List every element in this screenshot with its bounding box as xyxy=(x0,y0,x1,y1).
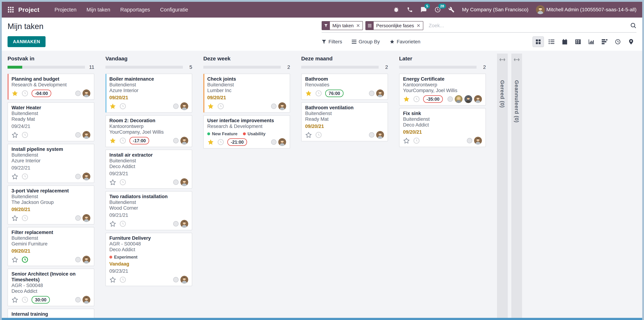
star-icon[interactable] xyxy=(12,215,18,221)
star-icon[interactable] xyxy=(207,139,214,145)
kanban-state-icon[interactable] xyxy=(271,104,276,109)
kanban-card[interactable]: Furniture DeliveryAGR - S00048Deco Addic… xyxy=(106,233,192,286)
kanban-state-icon[interactable] xyxy=(75,215,81,221)
close-icon[interactable]: ✕ xyxy=(416,21,423,30)
star-icon[interactable] xyxy=(12,297,18,303)
kanban-card[interactable]: Planning and budgetResearch & Developmen… xyxy=(8,74,94,100)
clock-icon[interactable] xyxy=(22,296,28,303)
star-icon[interactable] xyxy=(12,173,18,180)
column-progress-bar[interactable] xyxy=(203,66,281,69)
kanban-state-icon[interactable] xyxy=(173,277,178,282)
star-icon[interactable] xyxy=(12,256,18,263)
phone-icon[interactable] xyxy=(407,7,413,13)
kanban-state-icon[interactable] xyxy=(75,91,81,96)
view-pivot-button[interactable] xyxy=(573,37,584,47)
kanban-card[interactable]: Senior Architect (Invoice on Timesheets)… xyxy=(8,269,94,306)
top-menu-item-mijn-taken[interactable]: Mijn taken xyxy=(82,2,115,17)
column-progress-bar[interactable] xyxy=(301,66,379,69)
kanban-card[interactable]: Energy CertificateKantoorontwerpYourComp… xyxy=(399,74,486,105)
kanban-card[interactable]: Install pipeline systemBuitendienstAzure… xyxy=(8,144,94,183)
kanban-state-icon[interactable] xyxy=(75,257,81,262)
kanban-state-icon[interactable] xyxy=(173,221,178,227)
clock-icon[interactable] xyxy=(22,215,28,222)
bug-icon[interactable] xyxy=(393,7,399,13)
group-by-menu[interactable]: Group By xyxy=(352,39,380,45)
kanban-state-icon[interactable] xyxy=(369,132,374,138)
kanban-state-icon[interactable] xyxy=(271,139,276,145)
kanban-state-icon[interactable] xyxy=(75,297,81,303)
activity-clock-icon[interactable]: 28 xyxy=(434,6,441,13)
clock-icon[interactable] xyxy=(22,90,28,97)
top-menu-item-rapportages[interactable]: Rapportages xyxy=(115,2,155,17)
star-icon[interactable] xyxy=(207,103,214,109)
column-progress-bar[interactable] xyxy=(106,66,183,69)
column-progress-bar[interactable] xyxy=(399,66,476,69)
apps-grid-icon[interactable] xyxy=(8,6,14,13)
star-icon[interactable] xyxy=(109,179,116,185)
kanban-card[interactable]: Filter replacementBuitendienstGemini Fur… xyxy=(8,227,94,266)
user-menu[interactable]: Mitchell Admin (10055507-saas-14-5-all) xyxy=(536,5,636,14)
kanban-card[interactable]: Fix sinkBuitendienstDeco Addict09/20/21 xyxy=(399,108,486,147)
star-icon[interactable] xyxy=(403,96,410,102)
company-switcher[interactable]: My Company (San Francisco) xyxy=(462,7,528,12)
kanban-card[interactable]: Bathroom ventilationBuitendienstReady Ma… xyxy=(301,102,388,141)
view-activity-button[interactable] xyxy=(612,37,623,47)
kanban-card[interactable]: Water HeaterBuitendienstReady Mat09/24/2… xyxy=(8,102,94,141)
tools-icon[interactable] xyxy=(448,7,454,13)
star-icon[interactable] xyxy=(305,90,312,97)
clock-icon[interactable] xyxy=(120,276,126,283)
collapsed-column[interactable]: Gereed (0) xyxy=(497,53,508,318)
kanban-state-icon[interactable] xyxy=(448,96,453,102)
clock-icon[interactable] xyxy=(413,96,420,102)
kanban-card[interactable]: Check jointsBuitendienstLumber Inc09/20/… xyxy=(203,74,290,113)
kanban-state-icon[interactable] xyxy=(467,138,472,143)
kanban-card[interactable]: Room 2: DecorationKantoorontwerpYourComp… xyxy=(106,115,192,147)
view-list-button[interactable] xyxy=(546,37,557,47)
view-map-button[interactable] xyxy=(626,37,636,47)
app-name[interactable]: Project xyxy=(18,6,40,13)
clock-icon[interactable] xyxy=(315,131,322,138)
clock-icon[interactable] xyxy=(120,137,126,144)
clock-icon[interactable] xyxy=(120,220,126,227)
view-kanban-button[interactable] xyxy=(533,37,544,47)
clock-icon[interactable] xyxy=(217,139,224,145)
kanban-card[interactable]: Install air extractorBuitendienstDeco Ad… xyxy=(106,150,192,189)
collapsed-column[interactable]: Geannuleerd (0) xyxy=(511,53,522,318)
clock-icon[interactable] xyxy=(22,256,28,263)
kanban-card[interactable]: Internal trainingKantoorontwerpYourCompa… xyxy=(8,309,94,318)
kanban-card[interactable]: 3-port Valve replacementBuitendienstThe … xyxy=(8,185,94,225)
view-gantt-button[interactable] xyxy=(599,37,610,47)
chat-icon[interactable]: 5 xyxy=(420,6,427,13)
star-icon[interactable] xyxy=(109,137,116,144)
favorites-menu[interactable]: Favorieten xyxy=(390,39,420,45)
kanban-card[interactable]: User interface improvementsResearch & De… xyxy=(203,115,290,149)
star-icon[interactable] xyxy=(109,221,116,227)
clock-icon[interactable] xyxy=(120,179,126,186)
top-menu-item-configuratie[interactable]: Configuratie xyxy=(155,2,193,17)
clock-icon[interactable] xyxy=(315,90,322,97)
filters-menu[interactable]: Filters xyxy=(322,39,342,45)
search-icon[interactable] xyxy=(630,22,636,29)
kanban-state-icon[interactable] xyxy=(173,104,178,109)
kanban-state-icon[interactable] xyxy=(173,138,178,143)
star-icon[interactable] xyxy=(12,132,18,138)
close-icon[interactable]: ✕ xyxy=(356,21,363,30)
clock-icon[interactable] xyxy=(22,131,28,138)
clock-icon[interactable] xyxy=(413,137,420,144)
star-icon[interactable] xyxy=(305,132,312,138)
top-menu-item-projecten[interactable]: Projecten xyxy=(50,2,82,17)
column-progress-bar[interactable] xyxy=(8,66,85,69)
view-calendar-button[interactable] xyxy=(560,37,570,47)
star-icon[interactable] xyxy=(109,103,116,109)
clock-icon[interactable] xyxy=(120,103,126,110)
clock-icon[interactable] xyxy=(217,103,224,110)
create-button[interactable]: AANMAKEN xyxy=(8,36,46,47)
star-icon[interactable] xyxy=(109,277,116,283)
kanban-state-icon[interactable] xyxy=(75,174,81,179)
star-icon[interactable] xyxy=(403,137,410,144)
kanban-card[interactable]: Two radiators installationBuitendienstWo… xyxy=(106,191,192,230)
kanban-state-icon[interactable] xyxy=(173,180,178,185)
star-icon[interactable] xyxy=(12,90,18,97)
kanban-card[interactable]: Boiler maintenanceBuitendienstAzure Inte… xyxy=(106,74,192,113)
search-input[interactable] xyxy=(426,23,630,28)
